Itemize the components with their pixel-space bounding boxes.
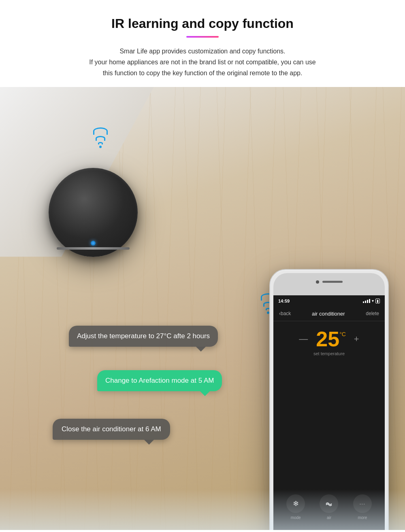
bubble-2-text: Change to Arefaction mode at 5 AM <box>105 377 214 384</box>
nav-delete-button[interactable]: delete <box>366 311 379 316</box>
bubble-1-text: Adjust the temperature to 27°C afte 2 ho… <box>77 332 210 340</box>
title-underline <box>186 36 219 38</box>
phone-camera-area <box>316 280 343 284</box>
wifi-hub-icon <box>93 127 108 148</box>
product-area: Adjust the temperature to 27°C afte 2 ho… <box>0 87 405 530</box>
temp-label: set temperature <box>313 351 345 356</box>
status-icons: ▾ ▮ <box>363 299 380 303</box>
bubble-3-text: Close the air conditioner at 6 AM <box>62 425 161 433</box>
camera-dot <box>316 280 319 284</box>
temp-value: 25 <box>316 329 339 350</box>
signal-bar-1 <box>363 301 364 303</box>
status-time: 14:59 <box>278 299 290 303</box>
nav-back-button[interactable]: ‹back <box>279 311 291 316</box>
chat-bubble-1: Adjust the temperature to 27°C afte 2 ho… <box>69 326 218 347</box>
temp-minus-button[interactable]: — <box>299 334 308 344</box>
header-description: Smar Life app provides customization and… <box>61 46 344 79</box>
signal-bar-4 <box>369 299 370 303</box>
battery-icon: ▮ <box>375 299 380 303</box>
nav-title: air conditioner <box>312 311 345 317</box>
ir-hub-ring <box>57 247 130 250</box>
wifi-arc-large <box>93 127 108 135</box>
temperature-section: — 25 °C + set temperature <box>273 321 385 361</box>
page-header: IR learning and copy function Smar Life … <box>0 0 405 87</box>
temp-display: 25 °C <box>316 329 346 350</box>
desc-line2: If your home appliances are not in the b… <box>89 59 315 66</box>
wifi-signal-hub <box>93 127 108 148</box>
desc-line3: this function to copy the key function o… <box>103 70 303 76</box>
wifi-status-icon: ▾ <box>372 299 374 303</box>
ir-hub-led <box>91 241 96 246</box>
wifi-arc-small <box>98 142 103 144</box>
chat-bubble-2: Change to Arefaction mode at 5 AM <box>97 370 222 391</box>
temp-plus-button[interactable]: + <box>354 334 359 344</box>
page-title: IR learning and copy function <box>8 16 397 31</box>
desc-line1: Smar Life app provides customization and… <box>119 48 285 55</box>
screen-nav: ‹back air conditioner delete <box>273 307 385 321</box>
ir-hub <box>49 168 138 257</box>
signal-bar-3 <box>367 300 368 303</box>
status-bar: 14:59 ▾ ▮ <box>273 295 385 307</box>
screen-spacer <box>273 361 385 486</box>
wifi-arc-medium <box>96 136 105 141</box>
bottom-gradient <box>0 490 405 530</box>
temp-controls: — 25 °C + <box>279 329 379 350</box>
temp-unit: °C <box>339 331 346 337</box>
phone-speaker <box>322 281 343 283</box>
ir-hub-body <box>49 168 138 257</box>
wifi-dot <box>99 146 102 148</box>
signal-bar-2 <box>365 301 366 303</box>
chat-bubble-3: Close the air conditioner at 6 AM <box>53 419 170 440</box>
